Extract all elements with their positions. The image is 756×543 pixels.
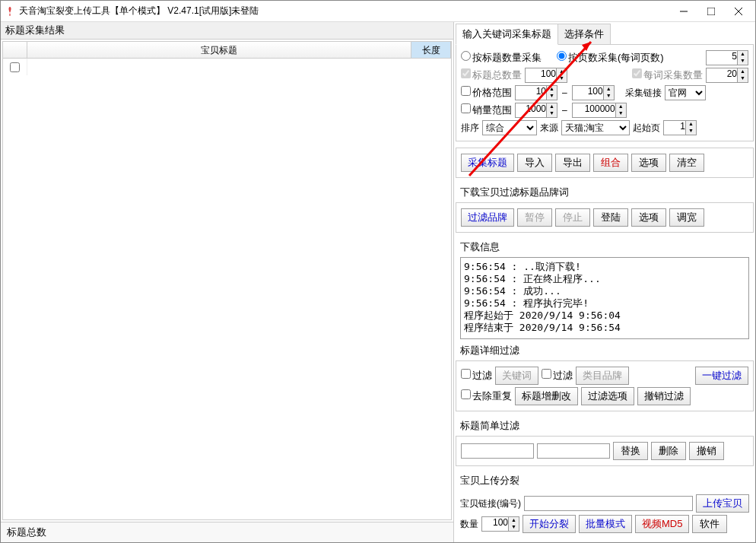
import-button[interactable]: 导入 bbox=[517, 154, 552, 172]
price-min-input[interactable]: 10▲▼ bbox=[515, 85, 557, 100]
close-button[interactable] bbox=[725, 2, 752, 21]
check-sales-range[interactable]: 销量范围 bbox=[461, 103, 512, 117]
undo-filter-button[interactable]: 撤销过滤 bbox=[637, 387, 691, 405]
filter-brand-button[interactable]: 过滤品牌 bbox=[461, 208, 514, 227]
left-panel-header: 标题采集结果 bbox=[1, 22, 453, 40]
stop-button[interactable]: 停止 bbox=[555, 208, 590, 227]
widen-button[interactable]: 调宽 bbox=[669, 208, 704, 227]
tab-keyword-collect[interactable]: 输入关键词采集标题 bbox=[456, 24, 558, 45]
login-button[interactable]: 登陆 bbox=[593, 208, 628, 227]
filter-options-button[interactable]: 选项 bbox=[631, 208, 666, 227]
radio-by-page-label[interactable]: 按页数采集(每词页数) bbox=[557, 51, 664, 65]
item-link-input[interactable] bbox=[524, 496, 693, 511]
source-label: 来源 bbox=[540, 122, 558, 135]
combine-button[interactable]: 组合 bbox=[593, 154, 628, 172]
maximize-button[interactable] bbox=[697, 2, 725, 21]
download-info-header: 下载信息 bbox=[456, 237, 754, 256]
radio-by-quantity-label[interactable]: 按标题数量采集 bbox=[461, 51, 542, 65]
filter-option-button[interactable]: 过滤选项 bbox=[581, 387, 634, 405]
app-icon bbox=[4, 5, 16, 17]
simple-filter-input-2[interactable] bbox=[537, 443, 610, 459]
page-count-input[interactable]: 5▲▼ bbox=[706, 50, 748, 65]
detail-filter-header: 标题详细过滤 bbox=[456, 341, 754, 359]
sales-max-input[interactable]: 100000▲▼ bbox=[572, 103, 627, 118]
sort-select[interactable]: 综合 bbox=[482, 120, 537, 135]
item-link-label: 宝贝链接(编号) bbox=[460, 497, 521, 510]
options-button[interactable]: 选项 bbox=[631, 154, 666, 172]
tab-select-condition[interactable]: 选择条件 bbox=[557, 24, 611, 45]
row-checkbox[interactable] bbox=[10, 62, 20, 72]
price-max-input[interactable]: 100▲▼ bbox=[572, 85, 615, 100]
start-page-label: 起始页 bbox=[633, 122, 660, 135]
sales-min-input[interactable]: 1000▲▼ bbox=[515, 103, 557, 118]
svg-rect-1 bbox=[707, 8, 715, 15]
total-title-input[interactable]: 100▲▼ bbox=[525, 68, 567, 83]
upload-split-header: 宝贝上传分裂 bbox=[456, 471, 754, 489]
keyword-button[interactable]: 关键词 bbox=[495, 367, 538, 385]
one-click-filter-button[interactable]: 一键过滤 bbox=[695, 367, 748, 385]
left-footer: 标题总数 bbox=[1, 522, 453, 542]
quantity-label: 数量 bbox=[460, 518, 478, 531]
check-dedup[interactable]: 去除重复 bbox=[461, 389, 512, 403]
batch-mode-button[interactable]: 批量模式 bbox=[579, 515, 632, 533]
check-filter-keyword[interactable]: 过滤 bbox=[461, 369, 492, 383]
window-title: 天音淘宝裂变上传工具【单个模式】 V2.47.1[试用版]未登陆 bbox=[19, 5, 670, 17]
check-filter-category[interactable]: 过滤 bbox=[542, 369, 573, 383]
download-log[interactable]: 9:56:54 : ..取消下载! 9:56:54 : 正在终止程序... 9:… bbox=[460, 257, 749, 339]
replace-button[interactable]: 替换 bbox=[613, 442, 648, 460]
collect-link-label: 采集链接 bbox=[625, 87, 662, 100]
video-md5-button[interactable]: 视频MD5 bbox=[635, 515, 689, 533]
grid-header-title[interactable]: 宝贝标题 bbox=[27, 42, 411, 58]
category-brand-button[interactable]: 类目品牌 bbox=[576, 367, 629, 385]
quantity-input[interactable]: 100▲▼ bbox=[481, 516, 519, 532]
upload-item-button[interactable]: 上传宝贝 bbox=[696, 494, 749, 513]
check-price-range[interactable]: 价格范围 bbox=[461, 86, 512, 100]
export-button[interactable]: 导出 bbox=[555, 154, 590, 172]
start-split-button[interactable]: 开始分裂 bbox=[523, 515, 576, 533]
table-row[interactable] bbox=[3, 59, 451, 75]
check-total-title: 标题总数量 bbox=[461, 68, 522, 82]
radio-by-quantity[interactable] bbox=[461, 51, 471, 61]
start-page-input[interactable]: 1▲▼ bbox=[663, 120, 697, 135]
sort-label: 排序 bbox=[461, 122, 479, 135]
software-button[interactable]: 软件 bbox=[692, 515, 727, 533]
title-edit-button[interactable]: 标题增删改 bbox=[515, 387, 578, 405]
per-word-input[interactable]: 20▲▼ bbox=[706, 68, 748, 83]
delete-button[interactable]: 删除 bbox=[651, 442, 686, 460]
clear-button[interactable]: 清空 bbox=[669, 154, 704, 172]
title-grid[interactable]: 宝贝标题 长度 bbox=[2, 41, 452, 520]
filter-brand-header: 下载宝贝过滤标题品牌词 bbox=[456, 183, 754, 201]
check-per-word: 每词采集数量 bbox=[632, 68, 703, 82]
pause-button[interactable]: 暂停 bbox=[517, 208, 552, 227]
titlebar: 天音淘宝裂变上传工具【单个模式】 V2.47.1[试用版]未登陆 bbox=[1, 1, 755, 22]
grid-header-length[interactable]: 长度 bbox=[411, 42, 451, 58]
collect-title-button[interactable]: 采集标题 bbox=[461, 154, 514, 172]
minimize-button[interactable] bbox=[670, 2, 697, 21]
source-select[interactable]: 天猫;淘宝 bbox=[561, 120, 630, 135]
radio-by-page[interactable] bbox=[557, 51, 567, 61]
simple-filter-header: 标题简单过滤 bbox=[456, 416, 754, 434]
collect-link-select[interactable]: 官网 bbox=[665, 85, 706, 100]
grid-header-check[interactable] bbox=[3, 42, 27, 58]
simple-filter-input-1[interactable] bbox=[461, 443, 534, 459]
undo-button[interactable]: 撤销 bbox=[689, 442, 724, 460]
